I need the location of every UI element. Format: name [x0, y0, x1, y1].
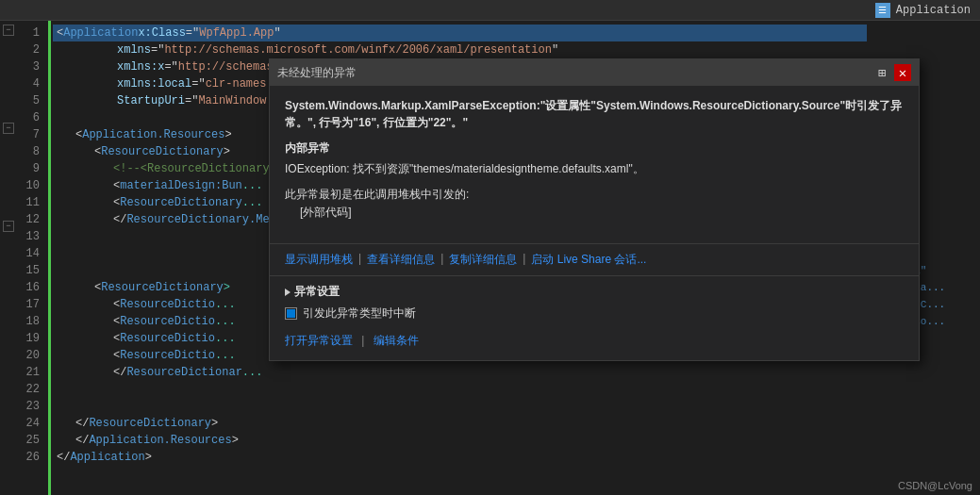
view-details-link[interactable]: 查看详细信息	[367, 252, 435, 268]
settings-title: 异常设置	[285, 284, 904, 300]
callstack-note: 此异常最初是在此调用堆栈中引发的:	[285, 187, 904, 203]
line-numbers: 12345 678910 1112131415 1617181920 21222…	[17, 21, 45, 495]
show-callstack-link[interactable]: 显示调用堆栈	[285, 252, 353, 268]
edit-conditions-link[interactable]: 编辑条件	[374, 334, 419, 347]
exception-main-title: System.Windows.Markup.XamlParseException…	[285, 97, 904, 131]
triangle-icon	[285, 289, 291, 296]
code-line: </Application>	[53, 449, 867, 466]
code-line: </Application.Resources>	[53, 432, 867, 449]
collapse-icon-2[interactable]: −	[3, 123, 14, 134]
link-separator-3: |	[523, 252, 525, 268]
exception-settings: 异常设置 引发此异常类型时中断	[270, 275, 919, 333]
code-line: </ResourceDictionary>	[53, 415, 867, 432]
checkbox-check-mark	[287, 309, 295, 318]
gutter: − − −	[0, 21, 17, 495]
code-line: xmlns="http://schemas.microsoft.com/winf…	[53, 41, 867, 58]
dialog-close-button[interactable]: ✕	[894, 64, 911, 81]
indent-bar	[45, 21, 53, 495]
dialog-bottom-links: 打开异常设置 | 编辑条件	[270, 333, 919, 360]
collapse-icon-3[interactable]: −	[3, 221, 14, 232]
dialog-header: 未经处理的异常 ⊞ ✕	[270, 59, 919, 86]
settings-title-text: 异常设置	[294, 284, 340, 300]
editor-area: − − − 12345 678910 1112131415 1617181920…	[0, 21, 980, 495]
exception-dialog: 未经处理的异常 ⊞ ✕ System.Windows.Markup.XamlPa…	[269, 58, 920, 361]
copy-details-link[interactable]: 复制详细信息	[449, 252, 517, 268]
dialog-pin-button[interactable]: ⊞	[873, 64, 890, 81]
collapse-icon-1[interactable]: −	[3, 25, 14, 36]
code-line: <Application x:Class="WpfAppl.App"	[53, 25, 867, 41]
bottom-link-separator: |	[361, 334, 367, 347]
dialog-links: 显示调用堆栈 | 查看详细信息 | 复制详细信息 | 启动 Live Share…	[270, 243, 919, 275]
callstack-external: [外部代码]	[300, 205, 904, 221]
watermark: CSDN@LcVong	[898, 480, 972, 491]
code-line	[53, 381, 867, 398]
application-icon: ☰	[875, 3, 890, 18]
top-bar: ☰ Application	[0, 0, 980, 21]
link-separator-2: |	[440, 252, 443, 268]
open-exception-settings-link[interactable]: 打开异常设置	[285, 334, 353, 347]
live-share-link[interactable]: 启动 Live Share 会话...	[531, 252, 646, 268]
top-bar-application-label: Application	[896, 4, 971, 17]
inner-exception-text: IOException: 找不到资源"themes/materialdesign…	[285, 160, 904, 177]
dialog-header-buttons: ⊞ ✕	[873, 64, 911, 81]
green-change-bar	[48, 21, 51, 495]
code-line	[53, 398, 867, 415]
dialog-body: System.Windows.Markup.XamlParseException…	[270, 86, 919, 243]
code-line: </ResourceDictionar...	[53, 364, 867, 381]
checkbox-break-on-exception[interactable]	[285, 307, 297, 320]
dialog-title: 未经处理的异常	[277, 65, 357, 81]
checkbox-label: 引发此异常类型时中断	[303, 305, 416, 322]
inner-exception-title: 内部异常	[285, 140, 904, 157]
checkbox-row: 引发此异常类型时中断	[285, 305, 904, 322]
top-bar-title: ☰ Application	[875, 3, 971, 18]
link-separator-1: |	[358, 252, 361, 268]
